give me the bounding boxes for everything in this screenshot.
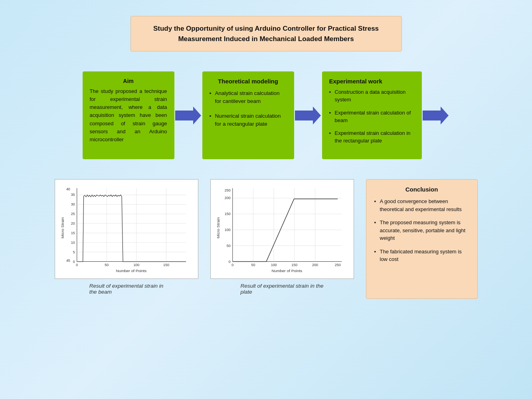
svg-text:0: 0 [73, 260, 75, 264]
svg-text:100: 100 [271, 263, 277, 267]
experimental-item-1: Construction a data acquisition system [329, 89, 415, 104]
bottom-row: 0 5 10 15 20 25 30 35 40 45 [24, 179, 508, 299]
arrow-2 [294, 105, 322, 125]
conclusion-item-2: The proposed measuring system is accurat… [374, 219, 469, 242]
chart1-caption-line1: Result of experimental strain in [89, 283, 163, 289]
svg-text:50: 50 [226, 244, 230, 248]
svg-marker-1 [295, 107, 321, 124]
chart2-box: 0 50 100 150 200 250 0 50 100 150 [210, 179, 354, 279]
conclusion-title: Conclusion [374, 186, 469, 193]
svg-text:150: 150 [224, 212, 230, 216]
svg-marker-2 [423, 107, 449, 124]
aim-box: Aim The study proposed a technique for e… [83, 71, 174, 159]
conclusion-item-1: A good convergence between theoretical a… [374, 198, 469, 213]
theoretical-list: Analytical strain calculation for cantil… [210, 89, 287, 128]
svg-text:250: 250 [334, 263, 340, 267]
svg-text:200: 200 [224, 196, 230, 200]
chart2-caption: Result of experimental strain in the pla… [241, 283, 324, 295]
chart2-container: 0 50 100 150 200 250 0 50 100 150 [210, 179, 354, 295]
svg-text:Micro Strain: Micro Strain [60, 217, 64, 239]
title-text: Study the Opportunity of using Arduino C… [143, 24, 390, 44]
chart2-caption-line2: plate [241, 289, 252, 295]
arrow-1 [174, 105, 202, 125]
svg-text:45: 45 [66, 259, 70, 263]
page-wrapper: Study the Opportunity of using Arduino C… [0, 0, 532, 399]
title-box: Study the Opportunity of using Arduino C… [131, 16, 402, 51]
experimental-title: Experimental work [329, 78, 415, 85]
svg-text:100: 100 [133, 263, 139, 267]
chart2-caption-line1: Result of experimental strain in the [241, 283, 324, 289]
aim-title: Aim [90, 78, 167, 84]
svg-text:40: 40 [66, 187, 70, 191]
chart1-caption-line2: the beam [89, 289, 112, 295]
conclusion-list: A good convergence between theoretical a… [374, 198, 469, 263]
conclusion-item-3: The fabricated measuring system is low c… [374, 248, 469, 263]
arrow-3 [422, 105, 450, 125]
svg-text:25: 25 [71, 212, 75, 216]
svg-text:150: 150 [163, 263, 169, 267]
svg-text:50: 50 [105, 263, 109, 267]
svg-text:Number of Points: Number of Points [116, 269, 146, 273]
experimental-item-2: Experimental strain calculation of beam [329, 109, 415, 124]
svg-text:0: 0 [231, 263, 233, 267]
experimental-item-3: Experimental strain calculation in the r… [329, 130, 415, 145]
chart1-box: 0 5 10 15 20 25 30 35 40 45 [55, 179, 198, 279]
experimental-list: Construction a data acquisition system E… [329, 89, 415, 145]
svg-text:5: 5 [73, 250, 75, 254]
svg-text:0: 0 [76, 263, 78, 267]
svg-text:Micro Strain: Micro Strain [216, 217, 220, 239]
svg-text:50: 50 [251, 263, 255, 267]
chart1-container: 0 5 10 15 20 25 30 35 40 45 [55, 179, 198, 295]
theoretical-box: Theoretical modeling Analytical strain c… [202, 71, 294, 159]
svg-text:100: 100 [224, 228, 230, 232]
conclusion-box: Conclusion A good convergence between th… [366, 179, 478, 299]
svg-text:15: 15 [71, 231, 75, 235]
svg-text:200: 200 [312, 263, 318, 267]
theoretical-title: Theoretical modeling [210, 78, 287, 85]
svg-text:0: 0 [228, 260, 230, 264]
svg-text:Number of Points: Number of Points [271, 269, 302, 273]
chart1-caption: Result of experimental strain in the bea… [89, 283, 163, 295]
aim-body: The study proposed a technique for exper… [90, 87, 167, 144]
svg-text:20: 20 [71, 221, 75, 225]
svg-text:35: 35 [71, 193, 75, 197]
title-line2: Measurement Induced in Mechanical Loaded… [178, 35, 354, 43]
experimental-box: Experimental work Construction a data ac… [322, 71, 422, 159]
flow-row: Aim The study proposed a technique for e… [24, 71, 508, 159]
svg-text:150: 150 [291, 263, 297, 267]
theoretical-item-2: Numerical strain calculation for a recta… [210, 112, 287, 128]
svg-marker-0 [175, 107, 201, 124]
svg-text:250: 250 [224, 188, 230, 192]
svg-text:10: 10 [71, 241, 75, 245]
title-line1: Study the Opportunity of using Arduino C… [153, 25, 379, 32]
theoretical-item-1: Analytical strain calculation for cantil… [210, 89, 287, 105]
svg-text:30: 30 [71, 202, 75, 206]
